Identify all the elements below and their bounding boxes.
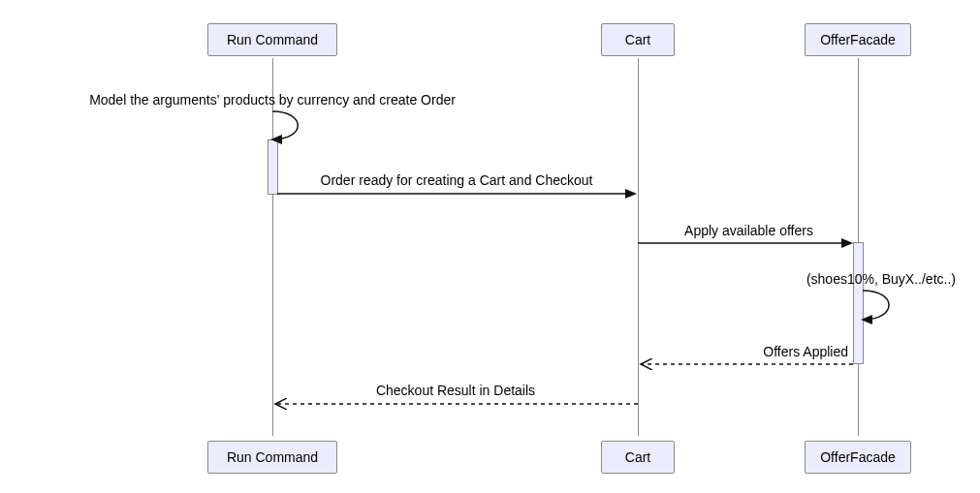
participant-offerfacade-bottom: OfferFacade (805, 441, 911, 474)
participant-offerfacade-top: OfferFacade (805, 23, 911, 56)
message-m1: Model the arguments' products by currenc… (46, 92, 499, 108)
lifeline-run-command (272, 58, 273, 436)
message-m4: (shoes10%, BuyX../etc..) (762, 271, 956, 287)
participant-cart-bottom: Cart (601, 441, 675, 474)
message-m2: Order ready for creating a Cart and Chec… (287, 172, 626, 188)
participant-label: Cart (625, 32, 650, 47)
participant-label: Run Command (227, 32, 318, 47)
participant-label: OfferFacade (820, 449, 896, 465)
participant-cart-top: Cart (601, 23, 675, 56)
activation-offerfacade (853, 242, 864, 364)
participant-label: OfferFacade (820, 32, 896, 47)
diagram-arrows (0, 0, 980, 493)
activation-run-command (268, 139, 278, 195)
participant-label: Cart (625, 449, 650, 465)
message-m5: Offers Applied (645, 344, 848, 359)
message-m3: Apply available offers (645, 223, 853, 238)
lifeline-cart (638, 58, 639, 436)
message-m6: Checkout Result in Details (286, 383, 625, 398)
participant-run-command-bottom: Run Command (207, 441, 337, 474)
participant-run-command-top: Run Command (207, 23, 337, 56)
participant-label: Run Command (227, 449, 318, 465)
